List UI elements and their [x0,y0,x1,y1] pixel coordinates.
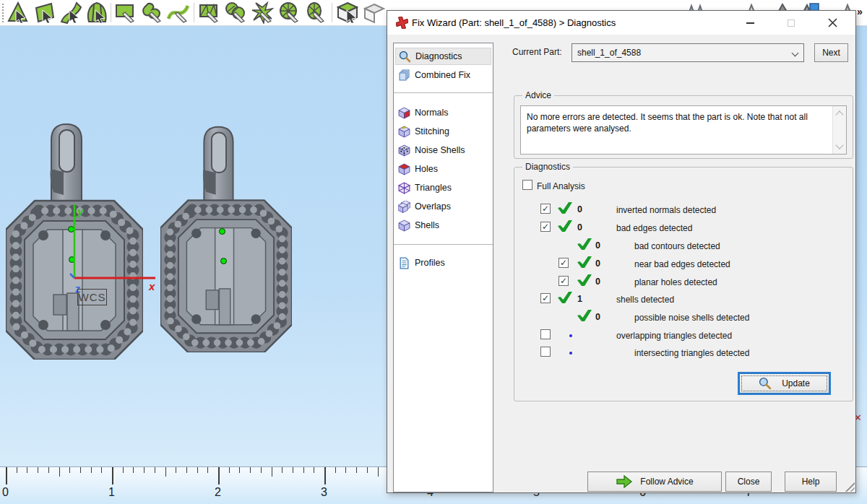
sidebar-item-combined-fix[interactable]: Combined Fix [395,66,491,84]
diagnostic-row: ✓ 0 planar holes detected [387,275,727,290]
toolbar-overflow-chevron[interactable]: » [857,6,863,17]
ruler-tick [293,467,293,473]
ruler-tick [80,467,81,473]
combined-fix-icon [398,69,410,82]
advice-scrollbar[interactable] [832,106,846,154]
selected-point-marker[interactable] [219,228,225,235]
magnifier-icon [759,377,772,390]
checkbox-checked[interactable]: ✓ [558,276,569,286]
checkbox-unchecked[interactable] [540,347,551,357]
select-part-tool-icon[interactable] [337,1,359,24]
ruler-tick [367,467,368,473]
diagnostic-count: 1 [577,294,582,304]
triangles-icon [398,182,410,194]
select-freeform-tool-icon[interactable] [141,1,163,24]
stitching-icon [398,126,410,138]
mark-surface-tool-icon[interactable] [60,1,82,24]
advice-group-label: Advice [522,90,554,100]
ruler-number: 2 [215,486,221,499]
checkbox-checked[interactable]: ✓ [540,204,551,214]
ruler-tick [133,467,134,473]
check-ok-icon [577,309,592,325]
selected-point-marker[interactable] [68,226,74,233]
select-curve-tool-icon[interactable] [167,1,189,24]
checkbox-checked[interactable]: ✓ [540,293,551,303]
select-rectangle-tool-icon[interactable] [114,1,137,24]
diagnostic-count: 0 [595,240,600,251]
diagnostic-label: intersecting triangles detected [634,348,749,358]
current-part-select[interactable]: shell_1_of_4588 [571,43,804,62]
diagnostic-row: ✓ 1 shells detected [387,292,727,307]
close-dialog-button[interactable]: Close [725,472,772,492]
advice-textbox[interactable]: No more errors are detected. It seems th… [520,105,847,155]
sidebar-item-label: Normals [415,108,449,118]
update-button-label: Update [782,378,810,388]
mark-shell-tool-icon[interactable] [86,1,108,24]
sidebar-item-label: Triangles [415,183,452,193]
ruler-tick [38,467,38,473]
follow-advice-button[interactable]: Follow Advice [587,472,722,492]
mark-window-triangles-icon[interactable] [198,1,220,24]
mark-circle-triangles-icon[interactable] [278,1,301,24]
ruler-tick [345,467,346,473]
axis-x-label: x [149,280,155,292]
full-analysis-checkbox[interactable] [522,180,532,190]
maximize-button[interactable] [777,14,806,32]
checkbox-unchecked[interactable] [540,329,551,339]
chevron-down-icon [792,50,799,57]
ruler-tick [186,467,187,473]
mark-star-triangles-icon[interactable] [251,1,274,24]
earring-model-left[interactable] [6,121,143,360]
sidebar-item-normals[interactable]: Normals [395,104,491,121]
sidebar-item-holes[interactable]: Holes [395,160,491,178]
checkbox-checked[interactable]: ✓ [558,258,569,268]
ruler-tick [27,467,27,473]
mark-sector-triangles-icon[interactable] [304,1,327,24]
ruler-number: 0 [2,486,9,499]
scroll-up-icon[interactable] [835,110,843,118]
help-button[interactable]: Help [785,472,837,492]
diagnostic-count: 0 [595,277,600,287]
mark-freeform-triangles-icon[interactable] [225,1,247,24]
minimize-button[interactable] [736,14,764,32]
checkbox-checked[interactable]: ✓ [540,222,551,232]
sidebar-item-label: Diagnostics [415,51,462,61]
ruler-tick [207,467,208,473]
close-button[interactable] [818,14,847,32]
sidebar-item-stitching[interactable]: Stitching [395,123,491,140]
mark-plane-tool-icon[interactable] [33,1,56,24]
advice-text: No more errors are detected. It seems th… [527,111,821,134]
current-part-label: Current Part: [512,47,562,57]
diagnostics-group-label: Diagnostics [522,162,573,172]
check-ok-icon [557,291,573,307]
ruler-tick [91,467,92,473]
sidebar-item-noise-shells[interactable]: Noise Shells [395,142,491,159]
update-button[interactable]: Update [739,373,829,394]
pending-dot-icon [569,334,572,337]
scroll-down-icon[interactable] [835,141,843,149]
application-window: y x z WCS ✕ 01234567 [0,0,867,504]
sidebar-item-diagnostics[interactable]: Diagnostics [395,48,491,65]
resize-grip[interactable] [844,481,855,492]
check-ok-icon [577,274,592,290]
diagnostic-row: overlapping triangles detected [387,329,727,343]
ruler-tick [282,467,282,473]
ruler-tick [6,467,7,485]
ruler-tick [155,467,155,473]
ruler-tick [261,467,262,473]
partial-tool-icon[interactable] [363,1,386,24]
toolbar-grip[interactable] [1,2,4,24]
selected-point-marker[interactable] [69,256,75,263]
mark-triangle-tool-icon[interactable] [7,1,29,24]
diagnostic-count: 0 [577,204,582,214]
noise-shells-icon [398,144,410,157]
diagnostic-label: possible noise shells detected [634,313,749,323]
pending-dot-icon [569,352,572,355]
selected-point-marker[interactable] [220,258,227,264]
sidebar-item-triangles[interactable]: Triangles [395,179,491,196]
dialog-titlebar[interactable]: Fix Wizard (Part: shell_1_of_4588) > Dia… [387,11,855,35]
earring-model-right[interactable] [160,124,292,352]
ruler-tick [144,467,144,473]
ruler-tick [378,467,379,477]
next-part-button[interactable]: Next [814,43,848,62]
